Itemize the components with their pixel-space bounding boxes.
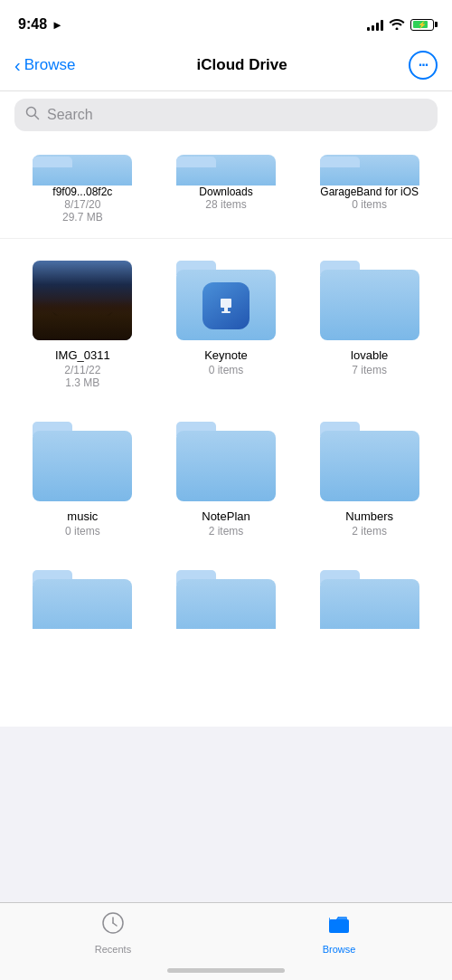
svg-rect-3 — [224, 308, 228, 311]
search-icon — [25, 106, 40, 124]
signal-icon — [367, 18, 383, 31]
browse-icon — [326, 910, 352, 942]
back-button[interactable]: ‹ Browse — [14, 56, 75, 74]
svg-rect-9 — [329, 919, 349, 933]
status-icons: ⚡ — [367, 17, 434, 33]
svg-line-1 — [35, 116, 39, 119]
keynote-folder-wrap — [172, 257, 280, 343]
item-sub1-noteplan: 2 items — [209, 525, 244, 538]
partial-item-2[interactable]: Downloads 28 items — [158, 149, 295, 224]
music-folder-wrap — [28, 418, 137, 504]
lovable-folder-wrap — [315, 257, 424, 343]
folder-item-noteplan[interactable]: NotePlan 2 items — [158, 418, 295, 538]
lovable-folder-icon — [320, 261, 419, 340]
recents-icon — [100, 910, 126, 942]
svg-rect-2 — [221, 299, 231, 308]
tab-browse-label: Browse — [323, 944, 356, 955]
item-name-keynote: Keynote — [204, 348, 248, 362]
keynote-folder-icon — [176, 261, 276, 340]
status-bar: 9:48 ► ⚡ — [0, 0, 452, 43]
partial-sub1-1: 8/17/20 — [64, 198, 100, 211]
item-sub1-music: 0 items — [65, 525, 100, 538]
partial-row: f9f09...08f2c 8/17/20 29.7 MB Downloads … — [0, 149, 452, 239]
back-label: Browse — [24, 56, 76, 74]
search-bar: Search — [0, 91, 452, 142]
more-dots-icon: ··· — [419, 57, 428, 73]
item-sub2-img0311: 1.3 MB — [65, 376, 99, 389]
item-name-music: music — [67, 509, 98, 523]
file-item-img0311[interactable]: IMG_0311 2/11/22 1.3 MB — [14, 257, 151, 389]
search-input-wrap[interactable]: Search — [14, 99, 438, 131]
noteplan-folder-icon — [176, 422, 276, 501]
folder-item-bottom-1[interactable] — [14, 570, 151, 629]
item-sub1-lovable: 7 items — [352, 364, 387, 376]
music-folder-icon — [33, 422, 132, 501]
location-icon: ► — [52, 18, 63, 32]
battery-icon: ⚡ — [410, 19, 434, 31]
folder-item-music[interactable]: music 0 items — [14, 418, 151, 538]
nav-bar: ‹ Browse iCloud Drive ··· — [0, 43, 452, 91]
folder-item-lovable[interactable]: lovable 7 items — [301, 257, 438, 389]
home-indicator — [167, 968, 285, 973]
folder-item-bottom-2[interactable] — [158, 570, 295, 629]
numbers-folder-icon — [320, 422, 419, 501]
partial-item-1[interactable]: f9f09...08f2c 8/17/20 29.7 MB — [14, 149, 151, 224]
item-name-img0311: IMG_0311 — [55, 348, 110, 362]
item-name-lovable: lovable — [351, 348, 388, 362]
partial-name-1: f9f09...08f2c — [14, 186, 151, 198]
content-area: f9f09...08f2c 8/17/20 29.7 MB Downloads … — [0, 142, 452, 727]
tab-browse[interactable]: Browse — [303, 910, 375, 955]
back-chevron-icon: ‹ — [14, 56, 21, 74]
folder-item-numbers[interactable]: Numbers 2 items — [301, 418, 438, 538]
search-placeholder: Search — [47, 107, 93, 123]
partial-name-3: GarageBand for iOS — [301, 186, 438, 198]
grid-row-2: music 0 items NotePlan 2 items Numbe — [0, 411, 452, 545]
tab-recents[interactable]: Recents — [77, 910, 149, 955]
page-title: iCloud Drive — [197, 56, 287, 74]
tab-recents-label: Recents — [95, 944, 131, 955]
svg-rect-4 — [221, 311, 231, 313]
partial-name-2: Downloads — [158, 186, 295, 198]
more-button[interactable]: ··· — [409, 51, 438, 80]
partial-sub1-2: 28 items — [205, 198, 246, 211]
status-time: 9:48 ► — [18, 16, 63, 33]
folder-item-keynote[interactable]: Keynote 0 items — [158, 257, 295, 389]
partial-item-3[interactable]: GarageBand for iOS 0 items — [301, 149, 438, 224]
noteplan-folder-wrap — [172, 418, 280, 504]
grid-row-1: IMG_0311 2/11/22 1.3 MB — [0, 239, 452, 396]
item-name-noteplan: NotePlan — [202, 509, 250, 523]
partial-sub2-1: 29.7 MB — [62, 211, 103, 224]
item-sub1-numbers: 2 items — [352, 525, 387, 538]
wifi-icon — [389, 17, 405, 33]
grid-row-3-partial — [0, 559, 452, 629]
img-thumbnail — [33, 261, 132, 340]
numbers-folder-wrap — [315, 418, 424, 504]
keynote-app-icon — [202, 282, 250, 329]
item-name-numbers: Numbers — [345, 509, 393, 523]
folder-item-bottom-3[interactable] — [301, 570, 438, 629]
item-sub1-img0311: 2/11/22 — [64, 364, 100, 376]
item-sub1-keynote: 0 items — [209, 364, 244, 376]
partial-sub1-3: 0 items — [352, 198, 387, 211]
img-thumbnail-wrap — [28, 257, 137, 343]
svg-line-7 — [113, 923, 117, 926]
